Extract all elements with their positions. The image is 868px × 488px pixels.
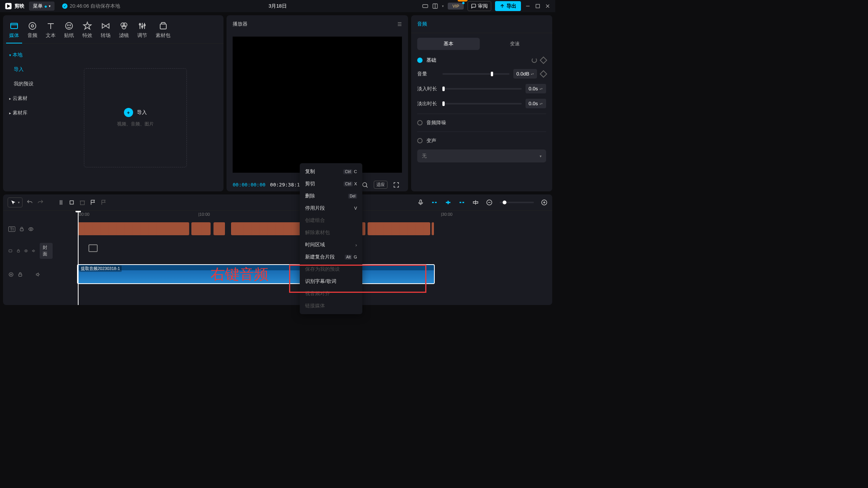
prop-tab-speed[interactable]: 变速	[484, 38, 546, 50]
svg-rect-7	[536, 4, 539, 8]
sidebar-item-library[interactable]: ▸素材库	[3, 106, 47, 120]
sidebar-item-cloud[interactable]: ▸云素材	[3, 91, 47, 106]
svg-point-14	[66, 22, 72, 29]
svg-rect-35	[432, 202, 434, 203]
prop-tab-basic[interactable]: 基本	[417, 38, 480, 50]
align-icon[interactable]	[472, 199, 479, 206]
svg-point-13	[31, 25, 34, 27]
sidebar-item-import[interactable]: 导入	[3, 62, 47, 77]
link-icon[interactable]	[445, 199, 452, 206]
flag2-icon[interactable]	[100, 199, 107, 206]
split-icon[interactable]	[58, 199, 64, 206]
zoom-in-icon[interactable]	[541, 199, 548, 206]
zoom-icon[interactable]	[362, 181, 368, 188]
time-total: 00:29:38:15	[270, 182, 303, 188]
playhead[interactable]	[78, 211, 79, 305]
player-title: 播放器	[233, 21, 248, 27]
svg-point-16	[70, 25, 71, 26]
fadein-value[interactable]: 0.0s▴▾	[526, 84, 546, 93]
menu-button[interactable]: 菜单●▾	[29, 2, 55, 11]
preview-icon[interactable]	[458, 199, 465, 206]
tab-audio[interactable]: 音频	[24, 20, 40, 43]
audio-track-head[interactable]	[3, 263, 54, 286]
close-icon[interactable]	[545, 3, 551, 9]
sidebar-item-preset[interactable]: 我的预设	[3, 77, 47, 91]
cm-cut[interactable]: 剪切CtrlX	[300, 178, 362, 190]
keyframe-icon[interactable]	[540, 56, 547, 64]
minimize-icon[interactable]	[525, 3, 531, 9]
select-tool[interactable]: ▾	[8, 197, 23, 207]
svg-rect-55	[19, 274, 22, 276]
tab-sticker[interactable]: 贴纸	[61, 20, 77, 43]
svg-line-28	[366, 186, 368, 188]
fadeout-value[interactable]: 0.0s▴▾	[526, 99, 546, 108]
voicechange-select[interactable]: 无▾	[417, 149, 546, 162]
svg-point-15	[68, 25, 68, 26]
tab-text[interactable]: 文本	[43, 20, 59, 43]
cover-button[interactable]: 封面	[40, 243, 53, 259]
keyframe-icon[interactable]	[540, 70, 547, 78]
fullscreen-icon[interactable]	[393, 181, 400, 188]
tab-media[interactable]: 媒体	[6, 20, 22, 43]
vip-badge[interactable]: VIP	[448, 3, 464, 10]
keyboard-icon[interactable]	[422, 3, 428, 9]
svg-rect-31	[70, 201, 74, 204]
svg-rect-50	[9, 250, 12, 252]
undo-icon[interactable]	[26, 199, 33, 206]
basic-checkbox[interactable]	[417, 58, 423, 63]
zoom-out-icon[interactable]	[486, 199, 493, 206]
mic-icon[interactable]	[417, 199, 424, 206]
tab-filter[interactable]: 滤镜	[116, 20, 132, 43]
svg-rect-51	[17, 250, 19, 252]
delete-icon[interactable]	[79, 199, 86, 206]
svg-point-53	[9, 273, 13, 277]
annotation-highlight	[289, 265, 426, 293]
review-button[interactable]: 审阅	[468, 1, 491, 11]
cm-group: 创建组合	[300, 214, 362, 226]
import-dropzone[interactable]: +导入 视频、音频、图片	[47, 44, 223, 191]
fadeout-slider[interactable]	[442, 103, 522, 104]
project-title[interactable]: 3月18日	[268, 3, 287, 10]
svg-rect-39	[460, 202, 461, 203]
zoom-slider[interactable]	[500, 202, 534, 203]
svg-rect-34	[420, 200, 422, 203]
denoise-checkbox[interactable]	[417, 120, 423, 125]
tab-adjust[interactable]: 调节	[134, 20, 150, 43]
magnet-icon[interactable]	[431, 199, 438, 206]
svg-point-27	[363, 183, 367, 187]
crop-icon[interactable]	[68, 199, 75, 206]
export-badge	[458, 0, 468, 2]
redo-icon[interactable]	[37, 199, 44, 206]
video-preview[interactable]	[233, 37, 402, 173]
svg-point-12	[29, 22, 36, 29]
text-track-head[interactable]: TI	[3, 219, 54, 239]
layout-icon[interactable]	[432, 3, 438, 9]
tab-transition[interactable]: 转场	[98, 20, 114, 43]
export-button[interactable]: 导出	[495, 1, 521, 11]
sidebar-item-local[interactable]: ▾本地	[3, 48, 47, 62]
voicechange-checkbox[interactable]	[417, 138, 423, 143]
flag-icon[interactable]	[90, 199, 96, 206]
media-panel: 媒体 音频 文本 贴纸 特效 转场 滤镜 调节 素材包 ▾本地 导入 我的预设 …	[3, 15, 223, 191]
cm-timerange[interactable]: 时间区域›	[300, 239, 362, 251]
reset-icon[interactable]	[532, 58, 537, 63]
cm-disable[interactable]: 停用片段V	[300, 202, 362, 214]
tab-materials[interactable]: 素材包	[153, 20, 174, 43]
svg-rect-38	[448, 201, 449, 204]
svg-point-52	[26, 250, 27, 252]
cm-delete[interactable]: 删除Del	[300, 190, 362, 202]
fit-mode[interactable]: 适应	[374, 181, 387, 189]
time-current: 00:00:00:00	[233, 182, 265, 188]
maximize-icon[interactable]	[535, 3, 541, 9]
cm-copy[interactable]: 复制CtrlC	[300, 165, 362, 178]
svg-rect-40	[463, 202, 465, 203]
fadein-slider[interactable]	[442, 88, 522, 90]
player-menu-icon[interactable]: ☰	[397, 21, 402, 27]
volume-slider[interactable]	[442, 73, 510, 75]
tab-effect[interactable]: 特效	[79, 20, 95, 43]
cm-compound[interactable]: 新建复合片段AltG	[300, 251, 362, 263]
cm-ungroup: 解除素材包	[300, 226, 362, 239]
video-track-head[interactable]: 封面	[3, 239, 54, 263]
svg-point-19	[122, 25, 126, 29]
volume-value[interactable]: 0.0dB▴▾	[513, 69, 537, 79]
